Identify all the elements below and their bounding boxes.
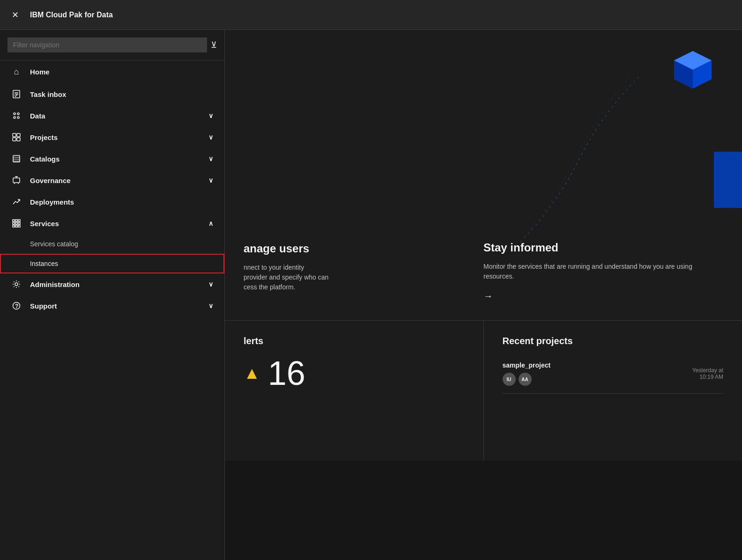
data-icon bbox=[11, 111, 22, 120]
recent-projects-title: Recent projects bbox=[503, 336, 724, 346]
support-icon: ? bbox=[11, 302, 22, 310]
collapse-navigation-button[interactable]: ⊻ bbox=[211, 40, 217, 50]
decorative-dots bbox=[508, 67, 648, 255]
chevron-up-icon bbox=[208, 220, 213, 227]
svg-point-3 bbox=[14, 113, 15, 115]
services-icon bbox=[11, 219, 22, 228]
sidebar-item-services[interactable]: Services bbox=[0, 213, 224, 234]
sidebar-item-label: Catalogs bbox=[30, 155, 59, 163]
sidebar-item-label: Deployments bbox=[30, 198, 74, 206]
svg-rect-10 bbox=[17, 138, 20, 141]
manage-users-title: anage users bbox=[244, 242, 465, 255]
svg-rect-15 bbox=[13, 178, 20, 183]
sidebar-item-label: Home bbox=[30, 68, 50, 76]
project-name: sample_project bbox=[503, 361, 551, 369]
svg-point-6 bbox=[17, 117, 19, 118]
svg-rect-21 bbox=[15, 220, 17, 221]
manage-users-description: nnect to your identityprovider and speci… bbox=[244, 263, 465, 292]
sidebar: ⊻ ⌂ Home Task inbox bbox=[0, 30, 225, 560]
alerts-count: 16 bbox=[268, 354, 305, 392]
alerts-card: lerts ▲ 16 bbox=[225, 321, 484, 461]
svg-rect-27 bbox=[15, 225, 17, 227]
sidebar-item-administration[interactable]: Administration bbox=[0, 273, 224, 295]
collapse-icon: ⊻ bbox=[211, 40, 217, 50]
app-title: IBM Cloud Pak for Data bbox=[30, 11, 113, 19]
content-area: anage users nnect to your identityprovid… bbox=[225, 30, 742, 560]
svg-rect-9 bbox=[13, 138, 16, 141]
svg-rect-28 bbox=[18, 225, 20, 227]
avatar-iu: IU bbox=[503, 373, 516, 386]
task-inbox-icon bbox=[11, 90, 22, 98]
hero-cards: anage users nnect to your identityprovid… bbox=[244, 241, 723, 302]
svg-rect-25 bbox=[18, 222, 20, 224]
sidebar-item-home[interactable]: ⌂ Home bbox=[0, 60, 224, 83]
sidebar-subitem-services-catalog[interactable]: Services catalog bbox=[0, 234, 224, 254]
main-layout: ⊻ ⌂ Home Task inbox bbox=[0, 30, 742, 560]
project-time: Yesterday at10:19 AM bbox=[692, 367, 723, 380]
governance-icon bbox=[11, 176, 22, 184]
administration-icon bbox=[11, 280, 22, 288]
sidebar-item-label: Governance bbox=[30, 177, 71, 184]
sidebar-item-support[interactable]: ? Support bbox=[0, 295, 224, 317]
alert-triangle-icon: ▲ bbox=[244, 363, 260, 383]
alerts-count-display: ▲ 16 bbox=[244, 354, 465, 392]
sidebar-subitem-label: Services catalog bbox=[30, 240, 78, 248]
home-icon: ⌂ bbox=[11, 67, 22, 77]
svg-rect-7 bbox=[13, 133, 16, 137]
bottom-section: lerts ▲ 16 Recent projects sample_projec… bbox=[225, 320, 742, 461]
sidebar-item-deployments[interactable]: Deployments bbox=[0, 191, 224, 213]
manage-users-card: anage users nnect to your identityprovid… bbox=[244, 242, 483, 302]
avatar-aa: AA bbox=[519, 373, 532, 386]
sidebar-item-projects[interactable]: Projects bbox=[0, 126, 224, 148]
sidebar-item-catalogs[interactable]: Catalogs bbox=[0, 148, 224, 169]
recent-projects-card: Recent projects sample_project IU AA Yes… bbox=[484, 321, 742, 461]
chevron-down-icon bbox=[208, 280, 213, 288]
deployments-icon bbox=[11, 198, 22, 206]
alerts-title: lerts bbox=[244, 336, 465, 346]
sidebar-filter: ⊻ bbox=[0, 30, 224, 60]
sidebar-item-label: Data bbox=[30, 112, 45, 120]
sidebar-item-task-inbox[interactable]: Task inbox bbox=[0, 83, 224, 105]
chevron-down-icon bbox=[208, 302, 213, 309]
sidebar-item-governance[interactable]: Governance bbox=[0, 169, 224, 191]
chevron-down-icon bbox=[208, 112, 213, 119]
sidebar-item-label: Services bbox=[30, 220, 59, 228]
svg-rect-23 bbox=[13, 222, 15, 224]
stay-informed-description: Monitor the services that are running an… bbox=[483, 262, 705, 281]
svg-text:?: ? bbox=[15, 303, 18, 309]
chevron-down-icon bbox=[208, 133, 213, 141]
project-item[interactable]: sample_project IU AA Yesterday at10:19 A… bbox=[503, 354, 724, 394]
svg-rect-8 bbox=[17, 133, 20, 137]
svg-point-4 bbox=[17, 113, 19, 115]
cube-decoration bbox=[672, 49, 714, 91]
svg-point-5 bbox=[14, 117, 15, 118]
stay-informed-arrow-link[interactable]: → bbox=[483, 291, 705, 302]
sidebar-item-label: Support bbox=[30, 302, 57, 310]
chevron-down-icon bbox=[208, 155, 213, 162]
close-button[interactable]: ✕ bbox=[7, 7, 22, 22]
svg-rect-24 bbox=[15, 222, 17, 224]
hero-section: anage users nnect to your identityprovid… bbox=[225, 30, 742, 320]
sidebar-item-label: Projects bbox=[30, 133, 58, 141]
svg-rect-20 bbox=[13, 220, 15, 221]
decorative-rect bbox=[714, 152, 742, 208]
svg-rect-26 bbox=[13, 225, 15, 227]
chevron-down-icon bbox=[208, 177, 213, 184]
catalogs-icon bbox=[11, 155, 22, 163]
top-bar: ✕ IBM Cloud Pak for Data bbox=[0, 0, 742, 30]
project-info: sample_project IU AA bbox=[503, 361, 551, 386]
sidebar-item-label: Task inbox bbox=[30, 90, 66, 98]
projects-icon bbox=[11, 133, 22, 141]
sidebar-item-label: Administration bbox=[30, 280, 80, 288]
svg-rect-22 bbox=[18, 220, 20, 221]
sidebar-subitem-instances[interactable]: Instances bbox=[0, 254, 224, 273]
sidebar-item-data[interactable]: Data bbox=[0, 105, 224, 126]
svg-point-29 bbox=[15, 283, 18, 286]
sidebar-subitem-label: Instances bbox=[30, 260, 58, 267]
filter-navigation-input[interactable] bbox=[7, 37, 207, 52]
project-avatars: IU AA bbox=[503, 373, 551, 386]
